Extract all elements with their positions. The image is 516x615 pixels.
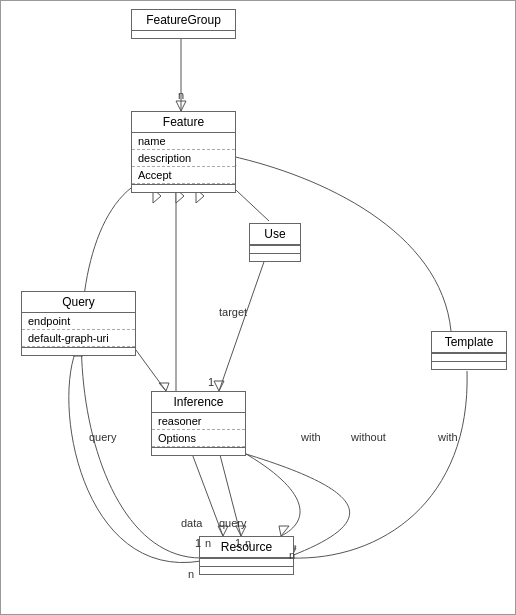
label-without: without [351, 431, 386, 443]
resource-section1 [200, 558, 293, 566]
label-with: with [301, 431, 321, 443]
resource-section2 [200, 566, 293, 574]
featuregroup-title: FeatureGroup [132, 10, 235, 31]
featuregroup-box: FeatureGroup [131, 9, 236, 39]
svg-line-8 [133, 346, 166, 391]
template-title: Template [432, 332, 506, 353]
label-n-bottom-left: n [188, 568, 194, 580]
feature-attr-accept: Accept [132, 167, 235, 184]
feature-title: Feature [132, 112, 235, 133]
inference-section [152, 447, 245, 455]
svg-marker-1 [176, 101, 186, 111]
svg-marker-9 [159, 383, 169, 391]
label-data: data [181, 517, 202, 529]
query-box: Query endpoint default-graph-uri [21, 291, 136, 356]
feature-attr-name: name [132, 133, 235, 150]
query-attr-endpoint: endpoint [22, 313, 135, 330]
label-1-res-left: 1 [195, 537, 201, 549]
label-1-res-right: 1 [235, 537, 241, 549]
svg-marker-16 [279, 526, 289, 536]
inference-attr-options: Options [152, 430, 245, 447]
svg-marker-7 [214, 381, 224, 391]
template-box: Template [431, 331, 507, 370]
inference-title: Inference [152, 392, 245, 413]
label-n-bottom-right: n [289, 549, 295, 561]
label-n-res-left: n [205, 537, 211, 549]
use-section2 [250, 253, 300, 261]
query-attr-graph: default-graph-uri [22, 330, 135, 347]
label-n-featuregroup: n [178, 89, 184, 101]
inference-attr-reasoner: reasoner [152, 413, 245, 430]
use-section1 [250, 245, 300, 253]
feature-attr-description: description [132, 150, 235, 167]
feature-section [132, 184, 235, 192]
query-section [22, 347, 135, 355]
use-box: Use [249, 223, 301, 262]
label-with-template: with [438, 431, 458, 443]
query-title: Query [22, 292, 135, 313]
diagram-container: FeatureGroup Feature name description Ac… [0, 0, 516, 615]
feature-box: Feature name description Accept [131, 111, 236, 193]
label-1-use: 1 [208, 376, 214, 388]
label-target: target [219, 306, 247, 318]
inference-box: Inference reasoner Options [151, 391, 246, 456]
label-query: query [89, 431, 117, 443]
label-n-res-right: n [245, 537, 251, 549]
label-query2: query [219, 517, 247, 529]
use-title: Use [250, 224, 300, 245]
svg-line-6 [219, 256, 266, 391]
template-section1 [432, 353, 506, 361]
template-section2 [432, 361, 506, 369]
